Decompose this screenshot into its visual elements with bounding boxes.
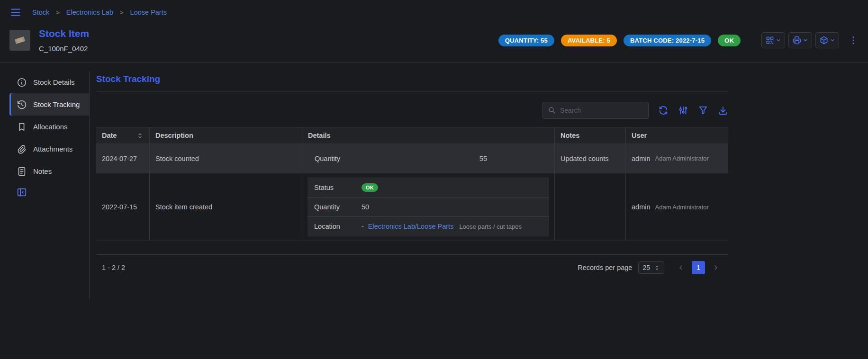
search-icon [548,106,556,115]
breadcrumb: Stock > Electronics Lab > Loose Parts [32,9,167,16]
available-badge: AVAILABLE: 5 [561,35,617,46]
page-number-button[interactable]: 1 [692,261,705,274]
cell-notes: Updated counts [554,144,625,173]
cell-details: Quantity 55 [302,144,554,173]
detail-value: 55 [479,155,487,162]
chevron-down-icon [776,37,781,43]
selector-icon [654,265,660,271]
location-link[interactable]: Electronics Lab/Loose Parts [368,223,454,230]
stock-actions-button[interactable] [815,32,839,48]
previous-page-icon[interactable] [674,261,687,274]
detail-quantity-row: Quantity 55 [308,155,549,162]
main-content: Stock Tracking [96,71,728,280]
print-actions-icon [792,36,802,45]
bookmark-icon [17,122,27,132]
sidebar-item-allocations[interactable]: Allocations [9,116,89,138]
sidebar-item-label: Notes [33,167,52,175]
pager: 1 [674,261,723,274]
page-header: Stock Item C_100nF_0402 QUANTITY: 55 AVA… [0,21,868,63]
sidebar: Stock Details Stock Tracking Allocations… [9,71,90,299]
batch-code-badge: BATCH CODE: 2022-7-15 [624,35,711,46]
column-header-details: Details [302,127,554,144]
column-header-notes: Notes [554,127,625,144]
column-header-date[interactable]: Date [96,127,149,144]
table-toolbar [96,102,728,119]
username: admin [632,155,651,162]
cell-user: admin Adam Administrator [625,173,728,241]
user-full-name: Adam Administrator [655,204,709,211]
download-icon[interactable] [718,105,728,116]
cell-description: Stock counted [149,144,302,173]
detail-location-row: Location - Electronics Lab/Loose Parts L… [307,216,549,236]
sidebar-item-label: Stock Tracking [33,100,80,108]
detail-label: Location [314,223,362,230]
search-box[interactable] [542,102,649,119]
pagination-controls: Records per page 25 1 [578,261,723,274]
detail-quantity-row: Quantity 50 [307,197,549,216]
cell-date: 2024-07-27 [96,144,149,173]
sidebar-collapse-icon[interactable] [9,187,89,197]
search-input[interactable] [560,107,646,114]
next-page-icon[interactable] [709,261,723,274]
refresh-icon[interactable] [658,105,669,116]
top-bar: Stock > Electronics Lab > Loose Parts [0,0,868,21]
detail-value: 50 [362,203,369,211]
chevron-down-icon [830,37,835,43]
page-subtitle: C_100nF_0402 [39,45,89,53]
stock-item-thumbnail[interactable] [9,30,30,51]
location-prefix: - [362,223,364,230]
title-block: Stock Item C_100nF_0402 [39,28,89,53]
cell-description: Stock item created [149,173,302,241]
barcode-actions-button[interactable] [761,32,785,48]
record-range: 1 - 2 / 2 [102,264,125,271]
chevron-down-icon [803,37,808,43]
panel-heading: Stock Tracking [96,74,728,84]
info-icon [17,77,27,88]
breadcrumb-electronics-lab[interactable]: Electronics Lab [66,9,113,16]
breadcrumb-stock[interactable]: Stock [32,9,49,16]
body: Stock Details Stock Tracking Allocations… [0,63,868,299]
table-header-row: Date Description Details Notes User [96,127,728,144]
notes-icon [17,166,27,177]
barcode-actions-icon [765,36,775,45]
breadcrumb-loose-parts[interactable]: Loose Parts [130,9,167,16]
page-title: Stock Item [39,28,89,39]
capacitor-image [12,33,27,48]
cell-date: 2022-07-15 [96,173,149,241]
filter-icon[interactable] [698,105,708,116]
cell-notes [554,173,625,241]
status-badges: QUANTITY: 55 AVAILABLE: 5 BATCH CODE: 20… [498,35,741,46]
table-row[interactable]: 2024-07-27 Stock counted Quantity 55 Upd… [96,144,728,173]
history-icon [17,99,27,110]
cell-details: Status OK Quantity 50 Location - Electro… [302,173,554,241]
menu-icon[interactable] [9,6,22,18]
kebab-menu-icon[interactable] [848,35,859,45]
page-size-select[interactable]: 25 [638,261,664,274]
detail-label: Quantity [314,203,362,211]
table-footer: 1 - 2 / 2 Records per page 25 1 [96,254,728,280]
sidebar-item-stock-tracking[interactable]: Stock Tracking [9,93,89,116]
paperclip-icon [17,144,27,154]
status-ok-badge: OK [718,35,741,46]
sort-icon[interactable] [136,132,144,139]
heading-divider [96,91,728,92]
sidebar-item-label: Attachments [33,145,72,153]
breadcrumb-separator: > [120,9,124,16]
user-full-name: Adam Administrator [655,155,709,162]
status-ok-badge: OK [362,183,378,192]
sidebar-item-label: Stock Details [33,78,75,86]
detail-label: Status [314,184,362,191]
quantity-badge: QUANTITY: 55 [498,35,554,46]
column-header-description: Description [149,127,302,144]
print-actions-button[interactable] [788,32,812,48]
adjustments-icon[interactable] [678,105,688,116]
detail-status-row: Status OK [307,178,549,197]
table-row[interactable]: 2022-07-15 Stock item created Status OK … [96,173,728,241]
breadcrumb-separator: > [56,9,60,16]
details-nested-table: Status OK Quantity 50 Location - Electro… [307,178,549,236]
sidebar-item-notes[interactable]: Notes [9,160,89,182]
stock-tracking-table: Date Description Details Notes User 2024… [96,127,728,241]
sidebar-item-stock-details[interactable]: Stock Details [9,71,89,93]
username: admin [632,203,651,211]
sidebar-item-attachments[interactable]: Attachments [9,138,89,160]
